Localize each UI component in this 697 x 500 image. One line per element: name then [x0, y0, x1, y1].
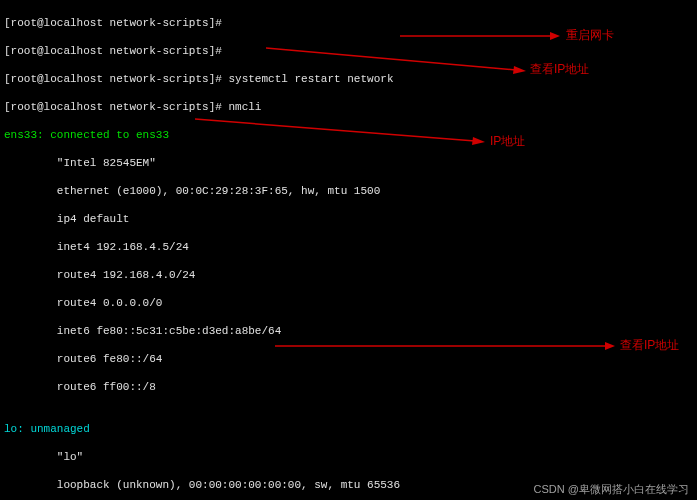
- nmcli-lo-status: lo: unmanaged: [4, 422, 693, 436]
- shell-prompt: [root@localhost network-scripts]#: [4, 45, 222, 57]
- shell-prompt: [root@localhost network-scripts]#: [4, 17, 222, 29]
- nmcli-device-model: "Intel 82545EM": [4, 156, 693, 170]
- nmcli-route6: route6 ff00::/8: [4, 380, 693, 394]
- terminal-output[interactable]: [root@localhost network-scripts]# [root@…: [0, 0, 697, 500]
- prompt-line: [root@localhost network-scripts]# nmcli: [4, 100, 693, 114]
- nmcli-route6: route6 fe80::/64: [4, 352, 693, 366]
- command-nmcli: nmcli: [228, 101, 261, 113]
- nmcli-lo-desc: loopback (unknown), 00:00:00:00:00:00, s…: [4, 478, 693, 492]
- prompt-line: [root@localhost network-scripts]#: [4, 16, 693, 30]
- nmcli-ip4-default: ip4 default: [4, 212, 693, 226]
- shell-prompt: [root@localhost network-scripts]#: [4, 73, 222, 85]
- nmcli-ethernet-mac: ethernet (e1000), 00:0C:29:28:3F:65, hw,…: [4, 184, 693, 198]
- shell-prompt: [root@localhost network-scripts]#: [4, 101, 222, 113]
- nmcli-route4: route4 192.168.4.0/24: [4, 268, 693, 282]
- prompt-line: [root@localhost network-scripts]#: [4, 44, 693, 58]
- nmcli-inet4: inet4 192.168.4.5/24: [4, 240, 693, 254]
- nmcli-route4: route4 0.0.0.0/0: [4, 296, 693, 310]
- command-restart-network: systemctl restart network: [228, 73, 393, 85]
- nmcli-lo-name: "lo": [4, 450, 693, 464]
- prompt-line: [root@localhost network-scripts]# system…: [4, 72, 693, 86]
- nmcli-ens33-status: ens33: connected to ens33: [4, 128, 693, 142]
- nmcli-inet6: inet6 fe80::5c31:c5be:d3ed:a8be/64: [4, 324, 693, 338]
